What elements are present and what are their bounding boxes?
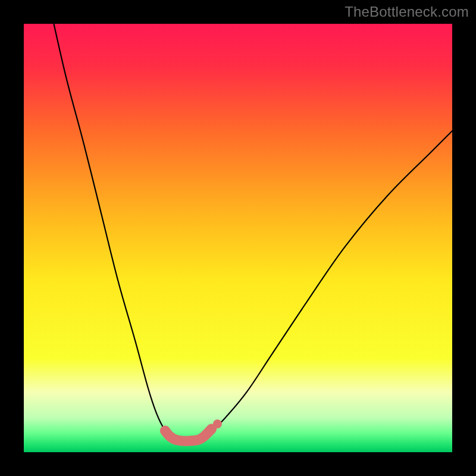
- optimal-range-dot: [160, 426, 170, 436]
- optimal-range-markers: [160, 419, 222, 441]
- plot-area: [24, 24, 452, 452]
- chart-frame: TheBottleneck.com: [0, 0, 476, 476]
- optimal-range-dot: [213, 419, 222, 428]
- curve-layer: [24, 24, 452, 452]
- curve-right-branch: [203, 131, 452, 437]
- watermark-label: TheBottleneck.com: [345, 4, 469, 20]
- curve-left-branch: [54, 24, 171, 437]
- optimal-range-band: [165, 429, 212, 441]
